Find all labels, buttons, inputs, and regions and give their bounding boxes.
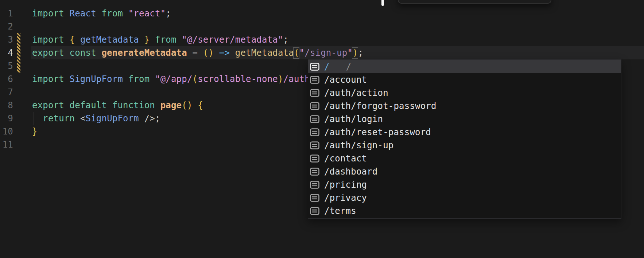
code-token: } xyxy=(144,35,150,45)
suggest-item[interactable]: /terms xyxy=(308,204,621,218)
code-token xyxy=(96,48,102,58)
code-token: /auth xyxy=(283,74,310,84)
code-token: ( xyxy=(193,74,198,84)
code-token: = xyxy=(193,48,198,58)
symbol-constant-icon xyxy=(310,63,319,71)
code-token xyxy=(198,48,203,58)
code-token xyxy=(75,113,80,124)
symbol-constant-icon xyxy=(310,194,319,202)
code-token xyxy=(123,74,128,84)
line-number[interactable]: 6 xyxy=(0,73,13,86)
text-cursor-pointer-icon xyxy=(381,0,384,6)
code-token: default xyxy=(70,100,107,110)
suggest-item-label: /privacy xyxy=(324,191,367,204)
suggest-item[interactable]: /pricing xyxy=(308,178,621,191)
code-token: import xyxy=(32,74,64,84)
code-token: SignUpForm xyxy=(86,113,139,124)
line-number[interactable]: 8 xyxy=(0,99,13,112)
suggest-item-label: /terms xyxy=(324,204,356,218)
line-number[interactable]: 1 xyxy=(0,7,13,20)
suggest-item[interactable]: /account xyxy=(308,73,621,86)
code-token: => xyxy=(219,48,230,58)
line-number[interactable]: 4 xyxy=(0,46,13,59)
line-number[interactable]: 3 xyxy=(0,33,13,46)
suggest-item[interactable]: /auth/sign-up xyxy=(308,139,621,152)
suggest-widget[interactable]: ///account/auth/action/auth/forgot-passw… xyxy=(308,59,621,219)
code-token xyxy=(214,48,219,58)
modified-lines-gutter-marker xyxy=(17,33,20,73)
suggest-item[interactable]: /auth/action xyxy=(308,86,621,99)
popup-fragment xyxy=(398,0,551,4)
suggest-item-label: /auth/sign-up xyxy=(324,139,393,152)
suggest-item[interactable]: /auth/forgot-password xyxy=(308,99,621,113)
code-token: ; xyxy=(358,48,364,58)
code-line[interactable] xyxy=(32,20,644,33)
suggest-item[interactable]: /contact xyxy=(308,152,621,165)
suggest-item[interactable]: /auth/login xyxy=(308,113,621,126)
suggest-item-label: /account xyxy=(324,73,367,86)
suggest-item-label: /auth/login xyxy=(324,113,383,126)
code-token xyxy=(150,35,155,45)
code-token xyxy=(64,8,70,19)
code-token: getMetadata xyxy=(235,48,294,58)
code-token: ) xyxy=(278,74,283,84)
suggest-item[interactable]: /privacy xyxy=(308,191,621,204)
bracket-match-box-open xyxy=(293,47,299,59)
code-token: ; xyxy=(283,35,289,45)
symbol-constant-icon xyxy=(310,115,319,123)
suggest-item-label: / xyxy=(324,60,330,73)
code-line[interactable]: import React from "react"; xyxy=(32,7,644,20)
code-token: { xyxy=(70,35,75,45)
code-token: "@/app/ xyxy=(155,74,193,84)
code-token xyxy=(75,35,80,45)
code-token: /sign-up xyxy=(304,48,347,58)
code-token xyxy=(155,100,160,110)
symbol-constant-icon xyxy=(310,102,319,110)
suggest-item[interactable]: /auth/reset-password xyxy=(308,126,621,139)
code-token: /> xyxy=(144,113,155,124)
bracket-match-box-close xyxy=(352,47,358,59)
line-number[interactable]: 11 xyxy=(0,138,13,151)
code-token xyxy=(64,100,70,110)
code-token xyxy=(64,48,70,58)
code-token xyxy=(64,35,70,45)
symbol-constant-icon xyxy=(310,128,319,136)
symbol-constant-icon xyxy=(310,181,319,189)
code-token xyxy=(176,35,182,45)
suggest-item-label: /dashboard xyxy=(324,165,378,178)
suggest-item-label: /auth/reset-password xyxy=(324,126,431,139)
suggest-item[interactable]: /dashboard xyxy=(308,165,621,178)
code-token: from xyxy=(128,74,150,84)
code-token: () xyxy=(203,48,214,58)
code-token xyxy=(230,48,235,58)
code-token: ; xyxy=(166,8,171,19)
line-number[interactable]: 7 xyxy=(0,86,13,99)
code-token xyxy=(123,8,128,19)
code-token: scrollable-none xyxy=(198,74,278,84)
symbol-constant-icon xyxy=(310,89,319,97)
code-token: function xyxy=(112,100,155,110)
line-number[interactable]: 10 xyxy=(0,125,13,138)
suggest-item-selected[interactable]: // xyxy=(308,60,621,73)
code-token: < xyxy=(80,113,86,124)
code-token: const xyxy=(70,48,96,58)
code-token: from xyxy=(101,8,123,19)
code-token: "react" xyxy=(128,8,166,19)
line-number[interactable]: 9 xyxy=(0,112,13,125)
line-number[interactable]: 5 xyxy=(0,59,13,73)
code-token: { xyxy=(198,100,203,110)
code-token: ; xyxy=(155,113,160,124)
code-token: "@/server/metadata" xyxy=(182,35,283,45)
code-token xyxy=(193,100,198,110)
code-token: " xyxy=(299,48,305,58)
code-token xyxy=(187,48,193,58)
code-token: from xyxy=(155,35,176,45)
code-token xyxy=(139,113,144,124)
code-token: () xyxy=(182,100,192,110)
line-number[interactable]: 2 xyxy=(0,20,13,33)
code-line[interactable]: export const generateMetadata = () => ge… xyxy=(32,46,644,59)
suggest-item-label: /auth/action xyxy=(324,86,388,99)
code-line[interactable]: import { getMetadata } from "@/server/me… xyxy=(32,33,644,46)
code-token xyxy=(150,74,155,84)
indent-guide xyxy=(34,112,34,125)
